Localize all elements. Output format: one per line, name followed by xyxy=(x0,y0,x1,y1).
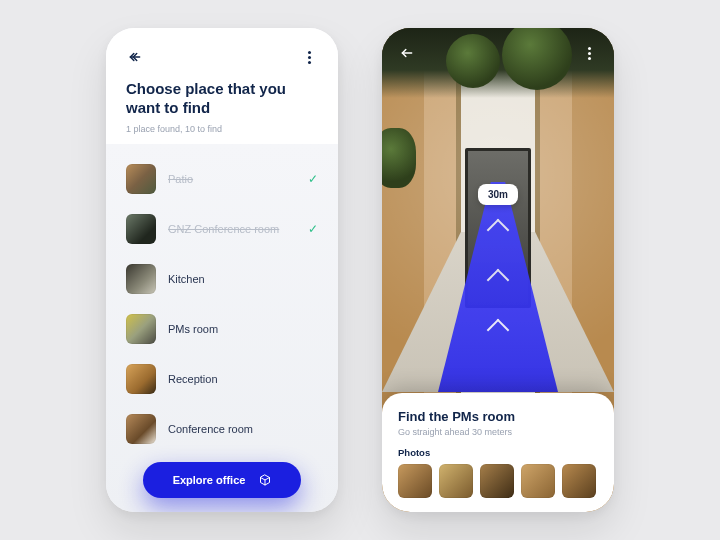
list-item[interactable]: Patio ✓ xyxy=(126,154,318,204)
photo-thumbnail[interactable] xyxy=(562,464,596,498)
place-label: PMs room xyxy=(168,323,318,335)
place-thumbnail xyxy=(126,264,156,294)
page-title: Choose place that you want to find xyxy=(126,80,296,118)
card-subtitle: Go straight ahead 30 meters xyxy=(398,427,598,437)
back-icon[interactable] xyxy=(126,48,144,66)
photo-thumbnail[interactable] xyxy=(521,464,555,498)
phone-place-picker: Choose place that you want to find 1 pla… xyxy=(106,28,338,512)
photo-thumbnail[interactable] xyxy=(480,464,514,498)
place-thumbnail xyxy=(126,414,156,444)
place-label: Patio xyxy=(168,173,296,185)
photos-label: Photos xyxy=(398,447,598,458)
photo-thumbnails[interactable] xyxy=(398,464,598,498)
check-icon: ✓ xyxy=(308,222,318,236)
list-item[interactable]: GNZ Conference room ✓ xyxy=(126,204,318,254)
chevron-up-icon xyxy=(487,269,510,292)
chevron-up-icon xyxy=(487,319,510,342)
explore-office-label: Explore office xyxy=(173,474,246,486)
place-thumbnail xyxy=(126,214,156,244)
place-label: Reception xyxy=(168,373,318,385)
place-thumbnail xyxy=(126,314,156,344)
destination-card[interactable]: Find the PMs room Go straight ahead 30 m… xyxy=(382,393,614,512)
place-label: Conference room xyxy=(168,423,318,435)
topbar xyxy=(126,48,318,66)
list-item[interactable]: Kitchen xyxy=(126,254,318,304)
explore-office-button[interactable]: Explore office xyxy=(143,462,302,498)
place-label: Kitchen xyxy=(168,273,318,285)
page-subtitle: 1 place found, 10 to find xyxy=(126,124,318,134)
header: Choose place that you want to find 1 pla… xyxy=(106,28,338,144)
topbar xyxy=(398,44,598,62)
distance-badge: 30m xyxy=(478,184,518,205)
place-thumbnail xyxy=(126,364,156,394)
phone-ar-nav: 30m Find the PMs room Go straight ahead … xyxy=(382,28,614,512)
plant-decor xyxy=(382,128,416,188)
photo-thumbnail[interactable] xyxy=(398,464,432,498)
card-title: Find the PMs room xyxy=(398,409,598,424)
list-item[interactable]: Conference room xyxy=(126,404,318,454)
more-icon[interactable] xyxy=(300,48,318,66)
list-item[interactable]: Reception xyxy=(126,354,318,404)
place-label: GNZ Conference room xyxy=(168,223,296,235)
list-item[interactable]: PMs room xyxy=(126,304,318,354)
back-icon[interactable] xyxy=(398,44,416,62)
cube-icon xyxy=(259,474,271,486)
place-thumbnail xyxy=(126,164,156,194)
chevron-up-icon xyxy=(487,219,510,242)
photo-thumbnail[interactable] xyxy=(439,464,473,498)
check-icon: ✓ xyxy=(308,172,318,186)
place-list[interactable]: Patio ✓ GNZ Conference room ✓ Kitchen PM… xyxy=(106,144,338,513)
more-icon[interactable] xyxy=(580,44,598,62)
